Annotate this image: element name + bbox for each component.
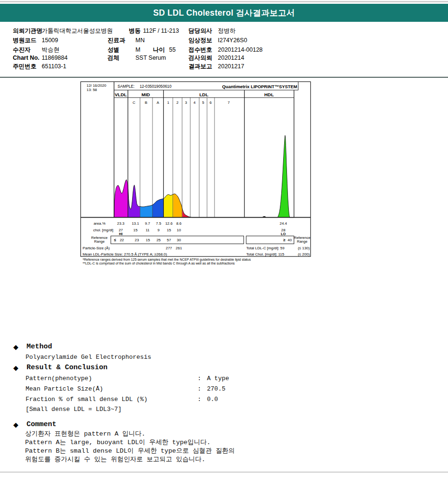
field-label: 접수번호 — [188, 46, 212, 53]
ref-value-hdl: 40 — [287, 238, 292, 242]
result-row-label: Fraction % of small dense LDL (%) — [26, 396, 147, 403]
chol-value: 15 — [167, 228, 171, 232]
field-value: I274Y26S0 — [218, 37, 247, 44]
subband-label: 4 — [194, 100, 196, 105]
field-label: 검사의뢰 — [188, 55, 212, 61]
subband-label: 2 — [176, 100, 178, 105]
comment-line: Pattern A는 large, buoyant LDL이 우세한 type입… — [25, 438, 211, 447]
field-value: 20201217 — [218, 63, 244, 70]
field-value: 55 — [169, 46, 176, 53]
hi-flag: HI — [119, 232, 123, 236]
chart-time: 13: 58 — [87, 88, 98, 92]
area-value: 24.4 — [280, 221, 287, 226]
field-label: 진료과 — [108, 37, 125, 44]
ldl1-band-area — [163, 194, 173, 218]
field-label: 임상정보 — [188, 37, 212, 44]
group-label-mid: MID — [142, 92, 150, 97]
sample-id: 12-035019050610 — [140, 84, 172, 89]
subband-label: 3 — [185, 100, 188, 105]
result-row-value: A type — [207, 375, 229, 382]
subband-label: C — [133, 100, 135, 105]
field-value: 11869884 — [42, 55, 68, 61]
ref-value: 57 — [167, 238, 171, 242]
diamond-icon: ◆ — [13, 364, 18, 372]
field-label: 수진자 — [13, 46, 31, 53]
subband-label: A — [157, 100, 160, 105]
chol-value: 15 — [134, 228, 138, 232]
reference-range-box-hdl — [246, 236, 294, 244]
comment-line: Pattern B는 small dense LDL이 우세한 type으로 심… — [25, 447, 235, 455]
particle-value: 261 — [176, 246, 182, 250]
chart-date: 12/ 16/2020 — [87, 83, 107, 88]
page-title: SD LDL Cholesterol 검사결과보고서 — [153, 7, 295, 18]
subband-label: B — [145, 100, 147, 105]
chol-value: 10 — [177, 228, 181, 232]
field-value: 20201214 — [218, 55, 244, 61]
comment-line: 위험도를 증가시킬 수 있는 위험인자로 보고되고 있습니다. — [25, 455, 206, 464]
lo-flag: LO — [281, 232, 286, 236]
le-symbol: ≤ — [114, 238, 116, 242]
chol-value: 11 — [145, 228, 149, 232]
subband-label: 7 — [228, 100, 230, 105]
total-ldl-c: Total LDL-C [mg/dl]: 59 — [246, 246, 285, 250]
result-row-label: Mean Particle Size(Å) — [26, 385, 103, 392]
field-label: 의뢰기관명 — [13, 27, 43, 34]
vldl-band-area — [114, 180, 128, 218]
footnote-1: *Reference ranges derived from 125 serum… — [83, 258, 251, 262]
field-value: 20201214-00128 — [218, 46, 263, 53]
ref-value: 23 — [135, 238, 139, 242]
ref-value: 25 — [156, 238, 161, 242]
area-value: 7.5 — [156, 221, 161, 226]
comment-heading: Comment — [27, 420, 56, 428]
result-heading: Result & Conclusion — [27, 364, 108, 372]
field-value: MN — [135, 37, 144, 44]
field-label: 담당의사 — [188, 27, 212, 34]
area-value: 8.6 — [176, 221, 182, 226]
area-row-label: area.% — [94, 221, 106, 226]
result-row-colon: : — [197, 385, 201, 392]
subband-label: 5 — [202, 100, 205, 105]
chol-value: 9 — [158, 228, 160, 232]
subband-label: 6 — [209, 100, 212, 105]
density-curve — [114, 136, 294, 218]
field-value: 651103-1 — [42, 63, 66, 70]
total-ldl-c-ref: (≤ 130) — [298, 246, 310, 250]
bottom-border-line — [0, 472, 448, 473]
method-heading: Method — [27, 343, 52, 351]
comment-line: 상기환자 표현형은 pattern A 입니다. — [25, 429, 145, 438]
field-label: 성별 — [108, 46, 119, 53]
brand-logo-text: Quantimetrix LIPOPRINT™SYSTEM — [222, 84, 297, 89]
result-row-value: 0.0 — [207, 396, 218, 403]
report-page: SD LDL Cholesterol 검사결과보고서 의뢰기관명 가톨릭대학교서… — [0, 0, 448, 483]
particle-value: 277 — [166, 246, 172, 250]
result-row-label: Pattern(phenotype) — [26, 375, 92, 382]
group-label-vldl: VLDL — [115, 92, 127, 97]
top-border-line — [0, 1, 448, 2]
particle-row-label: Particle-Size (Å) — [83, 246, 110, 250]
field-label: 나이 — [153, 46, 165, 53]
area-value: 9.7 — [145, 221, 150, 226]
field-label: 병원코드 — [13, 37, 36, 44]
field-label: 주민번호 — [13, 63, 36, 70]
area-value: 13.1 — [132, 221, 139, 226]
mean-particle-size: Mean LDL-Particle Size: 270.5 Å (TYPE A;… — [83, 252, 167, 256]
ref-label-left-2: Range — [94, 239, 105, 244]
result-row-value: 270.5 — [207, 385, 225, 392]
field-value: 112F / 11-213 — [143, 27, 179, 34]
subband-label: 1 — [167, 100, 169, 105]
lipoprint-chart: 12/ 16/2020 13: 58 SAMPLE: 12-0350190506… — [68, 82, 374, 331]
result-row-colon: : — [197, 396, 201, 403]
total-chol-ref: (≤ 200) — [298, 252, 310, 256]
chol-row-label: chol. [mg/dl] — [93, 228, 114, 232]
group-label-hdl: HDL — [264, 92, 274, 97]
field-label: 검체 — [108, 55, 119, 61]
electrophoresis-plot: 12/ 16/2020 13: 58 SAMPLE: 12-0350190506… — [68, 82, 374, 329]
sample-label: SAMPLE: — [117, 84, 134, 89]
result-row-label: [Small dense LDL = LDL3~7] — [26, 406, 122, 413]
ref-value: 22 — [120, 238, 124, 242]
ref-value: 15 — [146, 238, 150, 242]
header-divider-rule — [0, 77, 448, 78]
field-value: 정병하 — [218, 27, 236, 34]
area-value: 12.6 — [165, 221, 173, 226]
field-value: 15009 — [42, 37, 58, 44]
